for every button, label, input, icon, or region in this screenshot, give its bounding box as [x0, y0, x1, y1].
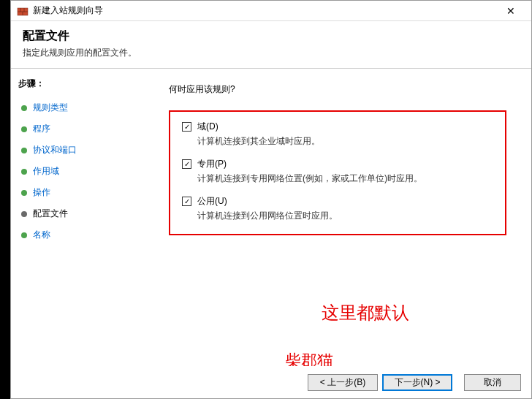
- wizard-window: 新建入站规则向导 ✕ 配置文件 指定此规则应用的配置文件。 步骤： 规则类型程序…: [10, 0, 532, 399]
- step-item-5[interactable]: 配置文件: [18, 203, 140, 224]
- footer-buttons: < 上一步(B) 下一步(N) > 取消: [11, 366, 531, 398]
- annotation-watermark: 柴郡猫www.cheshirex.com: [285, 351, 427, 366]
- checkbox-group-2: ✓公用(U)计算机连接到公用网络位置时应用。: [182, 195, 493, 222]
- step-bullet-icon: [21, 126, 27, 132]
- step-label: 作用域: [33, 165, 59, 178]
- prompt-text: 何时应用该规则?: [169, 83, 514, 96]
- step-label: 配置文件: [33, 208, 68, 220]
- checkbox-row: ✓域(D): [182, 121, 493, 133]
- step-item-2[interactable]: 协议和端口: [18, 140, 140, 161]
- close-button[interactable]: ✕: [496, 1, 525, 21]
- checkbox-row: ✓专用(P): [182, 158, 493, 170]
- step-label: 操作: [33, 186, 50, 199]
- step-label: 名称: [33, 229, 50, 241]
- step-bullet-icon: [21, 169, 27, 175]
- checkbox-description: 计算机连接到其企业域时应用。: [197, 135, 493, 148]
- checkbox-label: 专用(P): [197, 158, 227, 170]
- firewall-icon: [17, 5, 28, 17]
- content-area: 何时应用该规则? ✓域(D)计算机连接到其企业域时应用。✓专用(P)计算机连接到…: [142, 69, 531, 366]
- step-bullet-icon: [21, 232, 27, 238]
- checkbox-input[interactable]: ✓: [182, 159, 191, 169]
- step-item-0[interactable]: 规则类型: [18, 97, 140, 118]
- page-title: 配置文件: [23, 28, 520, 44]
- step-label: 协议和端口: [33, 144, 77, 156]
- checkbox-description: 计算机连接到公用网络位置时应用。: [197, 210, 493, 222]
- checkbox-group-0: ✓域(D)计算机连接到其企业域时应用。: [182, 121, 493, 148]
- step-bullet-icon: [21, 190, 27, 196]
- step-item-4[interactable]: 操作: [18, 182, 140, 203]
- step-item-1[interactable]: 程序: [18, 118, 140, 140]
- checkbox-label: 公用(U): [197, 195, 227, 208]
- step-bullet-icon: [21, 211, 27, 217]
- step-item-3[interactable]: 作用域: [18, 161, 140, 182]
- step-label: 程序: [33, 123, 50, 135]
- step-bullet-icon: [21, 105, 27, 111]
- checkbox-row: ✓公用(U): [182, 195, 493, 208]
- checkbox-input[interactable]: ✓: [182, 197, 191, 206]
- window-title: 新建入站规则向导: [33, 4, 496, 17]
- step-bullet-icon: [21, 148, 27, 153]
- step-item-6[interactable]: 名称: [18, 224, 140, 246]
- highlight-box: ✓域(D)计算机连接到其企业域时应用。✓专用(P)计算机连接到专用网络位置(例如…: [169, 110, 506, 235]
- titlebar: 新建入站规则向导 ✕: [11, 1, 531, 21]
- next-button[interactable]: 下一步(N) >: [382, 374, 452, 391]
- checkbox-input[interactable]: ✓: [182, 122, 191, 132]
- step-label: 规则类型: [33, 102, 68, 114]
- cancel-button[interactable]: 取消: [464, 374, 521, 391]
- checkbox-label: 域(D): [197, 121, 218, 133]
- checkbox-group-1: ✓专用(P)计算机连接到专用网络位置(例如，家或工作单位)时应用。: [182, 158, 493, 185]
- back-button[interactable]: < 上一步(B): [308, 374, 378, 391]
- body-panel: 步骤： 规则类型程序协议和端口作用域操作配置文件名称 何时应用该规则? ✓域(D…: [11, 69, 531, 366]
- page-description: 指定此规则应用的配置文件。: [23, 47, 520, 59]
- steps-sidebar: 步骤： 规则类型程序协议和端口作用域操作配置文件名称: [11, 69, 142, 366]
- checkbox-description: 计算机连接到专用网络位置(例如，家或工作单位)时应用。: [197, 172, 493, 185]
- annotation-note: 这里都默认: [322, 301, 409, 324]
- close-icon: ✕: [506, 5, 515, 17]
- header-panel: 配置文件 指定此规则应用的配置文件。: [11, 21, 531, 69]
- steps-label: 步骤：: [18, 77, 140, 90]
